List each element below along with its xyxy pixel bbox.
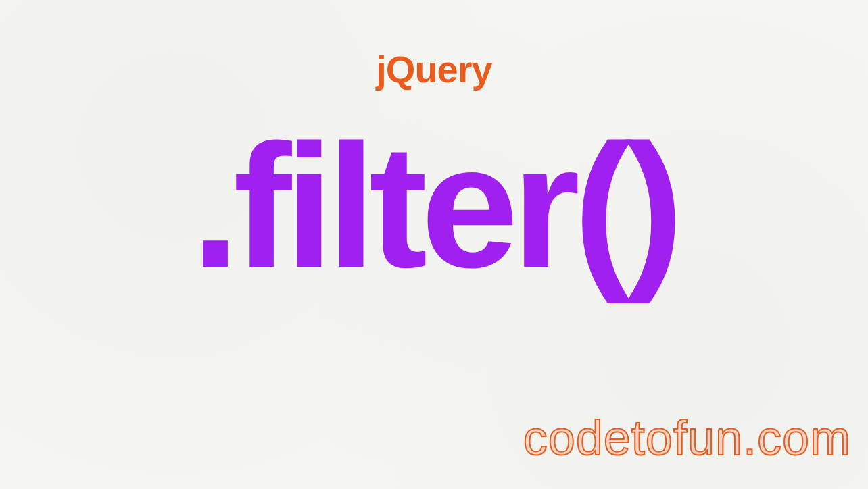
library-name-heading: jQuery [376, 47, 491, 91]
content-wrapper: jQuery .filter() codetofun.com [0, 0, 868, 489]
website-credit: codetofun.com [523, 410, 851, 465]
method-name-heading: .filter() [191, 118, 677, 294]
